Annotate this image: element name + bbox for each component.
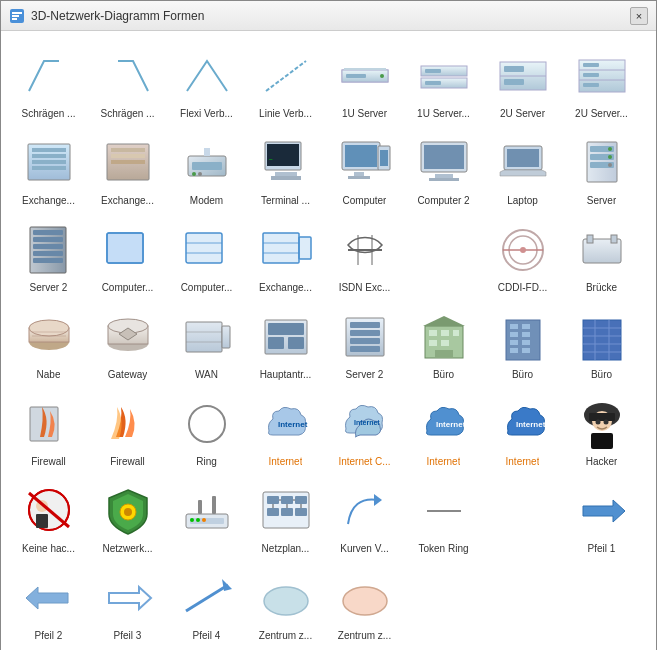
item-computer[interactable]: Computer	[327, 128, 402, 211]
item-internet2[interactable]: Internet Internet	[406, 389, 481, 472]
svg-rect-1	[12, 12, 22, 14]
item-computer2[interactable]: Computer 2	[406, 128, 481, 211]
item-firewall2[interactable]: Firewall	[90, 389, 165, 472]
item-isdnExc[interactable]: ISDN Exc...	[327, 215, 402, 298]
svg-rect-41	[271, 176, 301, 180]
icon-grid: Schrägen ... Schrägen ... Flexi Verb...	[11, 41, 646, 646]
item-laptop[interactable]: Laptop	[485, 128, 560, 211]
icon-empty2	[493, 481, 553, 541]
close-button[interactable]: ×	[630, 7, 648, 25]
svg-rect-100	[288, 337, 304, 349]
item-empty5	[564, 563, 639, 646]
item-schraegen1[interactable]: Schrägen ...	[11, 41, 86, 124]
item-modem[interactable]: Modem	[169, 128, 244, 211]
svg-marker-171	[26, 587, 68, 609]
item-buero2[interactable]: Büro	[485, 302, 560, 385]
window-title: 3D-Netzwerk-Diagramm Formen	[31, 9, 204, 23]
item-exchangeNet[interactable]: Exchange...	[248, 215, 323, 298]
item-computerNet2[interactable]: Computer...	[169, 215, 244, 298]
item-firewall1[interactable]: Firewall	[11, 389, 86, 472]
icon-nabe	[19, 307, 79, 367]
item-linieVerb[interactable]: Linie Verb...	[248, 41, 323, 124]
item-internet1[interactable]: Internet Internet	[248, 389, 323, 472]
item-router[interactable]	[169, 476, 244, 559]
icon-terminal: _	[256, 133, 316, 193]
item-wan[interactable]: WAN	[169, 302, 244, 385]
item-gateway[interactable]: Gateway	[90, 302, 165, 385]
item-tokenRing[interactable]: Token Ring	[406, 476, 481, 559]
item-server2u2[interactable]: 2U Server...	[564, 41, 639, 124]
item-pfeil3[interactable]: Pfeil 3	[90, 563, 165, 646]
svg-rect-2	[12, 15, 19, 17]
svg-point-154	[196, 518, 200, 522]
svg-rect-104	[350, 338, 380, 344]
svg-rect-8	[346, 74, 366, 78]
icon-server2u2	[572, 46, 632, 106]
item-exchange1[interactable]: Exchange...	[11, 128, 86, 211]
item-hacker[interactable]: Hacker	[564, 389, 639, 472]
item-pfeil2[interactable]: Pfeil 2	[11, 563, 86, 646]
svg-rect-51	[435, 174, 453, 178]
icon-internetC: Internet	[335, 394, 395, 454]
icon-computer2	[414, 133, 474, 193]
item-server2u[interactable]: 2U Server	[485, 41, 560, 124]
item-zentrumZ2[interactable]: Zentrum z...	[327, 563, 402, 646]
icon-netzwerk	[98, 481, 158, 541]
svg-rect-31	[111, 154, 145, 158]
item-nabe[interactable]: Nabe	[11, 302, 86, 385]
item-server[interactable]: Server	[564, 128, 639, 211]
label-server2u2: 2U Server...	[575, 108, 628, 119]
item-netzplan[interactable]: Netzplan...	[248, 476, 323, 559]
label-internet2: Internet	[427, 456, 461, 467]
svg-rect-44	[345, 145, 377, 167]
icon-server1u	[335, 46, 395, 106]
item-hauptantr[interactable]: Hauptantr...	[248, 302, 323, 385]
item-netzwerk[interactable]: Netzwerk...	[90, 476, 165, 559]
item-ring[interactable]: Ring	[169, 389, 244, 472]
label-wan: WAN	[195, 369, 218, 380]
icon-modem	[177, 133, 237, 193]
item-internet3[interactable]: Internet Internet	[485, 389, 560, 472]
item-exchange2[interactable]: Exchange...	[90, 128, 165, 211]
icon-tokenRing	[414, 481, 474, 541]
svg-rect-123	[583, 320, 621, 360]
svg-text:Internet: Internet	[354, 419, 380, 426]
svg-rect-152	[212, 496, 216, 514]
label-zentrumZ1: Zentrum z...	[259, 630, 312, 641]
item-server2b[interactable]: Server 2	[327, 302, 402, 385]
item-pfeil4[interactable]: Pfeil 4	[169, 563, 244, 646]
item-bruecke[interactable]: Brücke	[564, 215, 639, 298]
item-buero3[interactable]: Büro	[564, 302, 639, 385]
icon-hauptantr	[256, 307, 316, 367]
svg-rect-32	[111, 160, 145, 164]
item-internetC[interactable]: Internet Internet C...	[327, 389, 402, 472]
item-kurvenV[interactable]: Kurven V...	[327, 476, 402, 559]
svg-rect-23	[583, 83, 599, 87]
icon-isdnExc	[335, 220, 395, 280]
svg-rect-16	[504, 66, 524, 72]
item-flexiverb[interactable]: Flexi Verb...	[169, 41, 244, 124]
label-flexiverb: Flexi Verb...	[180, 108, 233, 119]
label-pfeil2: Pfeil 2	[35, 630, 63, 641]
item-computerNet[interactable]: Computer...	[90, 215, 165, 298]
svg-rect-27	[32, 160, 66, 164]
label-isdnExc: ISDN Exc...	[339, 282, 391, 293]
svg-rect-65	[33, 244, 63, 249]
item-cddiFd[interactable]: CDDI-FD...	[485, 215, 560, 298]
item-keineHac[interactable]: Keine hac...	[11, 476, 86, 559]
label-computer2: Computer 2	[417, 195, 469, 206]
icon-empty4	[493, 568, 553, 628]
svg-rect-3	[12, 18, 17, 20]
svg-marker-172	[109, 587, 151, 609]
icon-flexiverb	[177, 46, 237, 106]
item-server1u[interactable]: 1U Server	[327, 41, 402, 124]
label-exchange1: Exchange...	[22, 195, 75, 206]
item-zentrumZ1[interactable]: Zentrum z...	[248, 563, 323, 646]
svg-rect-161	[281, 508, 293, 516]
item-schraegen2[interactable]: Schrägen ...	[90, 41, 165, 124]
item-buero1[interactable]: Büro	[406, 302, 481, 385]
item-pfeil1[interactable]: Pfeil 1	[564, 476, 639, 559]
item-server2[interactable]: Server 2	[11, 215, 86, 298]
item-server1u2[interactable]: 1U Server...	[406, 41, 481, 124]
item-terminal[interactable]: _ Terminal ...	[248, 128, 323, 211]
